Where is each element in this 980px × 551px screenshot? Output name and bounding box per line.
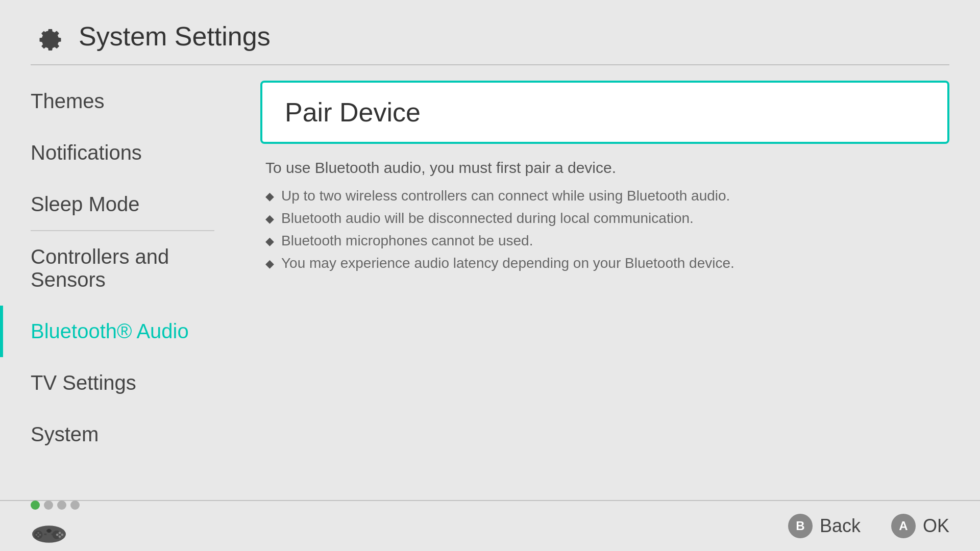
svg-point-9 [59,535,61,538]
list-item: ◆ Bluetooth microphones cannot be used. [265,233,949,249]
svg-point-7 [61,534,63,536]
svg-point-13 [39,534,41,536]
page-header: System Settings [0,0,980,64]
bullet-list: ◆ Up to two wireless controllers can con… [260,188,949,271]
svg-point-11 [37,536,39,538]
sidebar-item-controllers-sensors[interactable]: Controllers and Sensors [0,231,245,306]
sidebar: Themes Notifications Sleep Mode Controll… [0,65,245,484]
sidebar-item-sleep-mode[interactable]: Sleep Mode [0,179,245,230]
diamond-icon: ◆ [265,212,274,226]
list-item: ◆ You may experience audio latency depen… [265,255,949,271]
dot-active [31,500,40,510]
sidebar-item-notifications[interactable]: Notifications [0,127,245,179]
a-circle: A [891,514,916,538]
controller-icon [31,513,67,549]
footer: B Back A OK [0,500,980,551]
svg-point-8 [56,534,59,536]
dot-inactive [70,500,80,510]
footer-dots [31,500,80,510]
svg-point-6 [59,532,61,534]
svg-point-12 [36,534,38,536]
svg-point-10 [37,532,39,534]
gear-icon [31,18,66,54]
svg-rect-14 [44,534,46,535]
list-item: ◆ Bluetooth audio will be disconnected d… [265,210,949,227]
page-title: System Settings [79,21,271,52]
svg-rect-15 [52,534,54,535]
sidebar-item-tv-settings[interactable]: TV Settings [0,357,245,409]
back-button[interactable]: B Back [788,514,861,538]
dot-inactive [57,500,66,510]
svg-rect-5 [47,529,51,533]
dot-inactive [44,500,53,510]
footer-left [31,500,80,551]
sidebar-item-system[interactable]: System [0,409,245,460]
list-item: ◆ Up to two wireless controllers can con… [265,188,949,204]
ok-button[interactable]: A OK [891,514,949,538]
sidebar-item-themes[interactable]: Themes [0,76,245,127]
diamond-icon: ◆ [265,190,274,203]
diamond-icon: ◆ [265,257,274,270]
footer-right: B Back A OK [788,514,949,538]
pair-device-title: Pair Device [285,97,421,127]
footer-controller [31,500,80,551]
main-content: Pair Device To use Bluetooth audio, you … [245,65,980,484]
svg-point-2 [34,531,43,539]
pair-device-info: To use Bluetooth audio, you must first p… [260,159,949,177]
b-circle: B [788,514,813,538]
sidebar-item-bluetooth-audio[interactable]: Bluetooth® Audio [0,306,245,357]
pair-device-card[interactable]: Pair Device [260,81,949,144]
diamond-icon: ◆ [265,235,274,248]
content-area: Themes Notifications Sleep Mode Controll… [0,65,980,484]
